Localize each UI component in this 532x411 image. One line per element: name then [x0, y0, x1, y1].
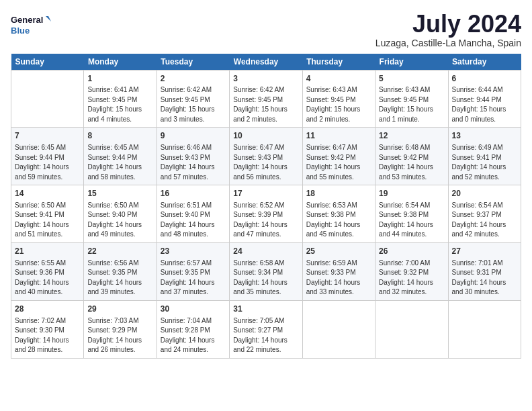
day-number: 3 [233, 73, 298, 85]
svg-text:General: General [11, 15, 43, 25]
day-cell: 17Sunrise: 6:52 AM Sunset: 9:39 PM Dayli… [230, 185, 302, 243]
day-number: 27 [452, 246, 517, 257]
day-number: 31 [233, 304, 298, 315]
day-info: Sunrise: 6:55 AM Sunset: 9:36 PM Dayligh… [15, 259, 80, 298]
day-cell: 28Sunrise: 7:02 AM Sunset: 9:30 PM Dayli… [11, 300, 84, 358]
title-block: July 2024 Luzaga, Castille-La Mancha, Sp… [375, 11, 521, 48]
day-cell: 29Sunrise: 7:03 AM Sunset: 9:29 PM Dayli… [84, 300, 157, 358]
header-row: SundayMondayTuesdayWednesdayThursdayFrid… [11, 54, 521, 71]
day-info: Sunrise: 6:54 AM Sunset: 9:37 PM Dayligh… [452, 201, 517, 240]
day-info: Sunrise: 6:43 AM Sunset: 9:45 PM Dayligh… [306, 85, 371, 124]
day-cell: 22Sunrise: 6:56 AM Sunset: 9:35 PM Dayli… [84, 242, 157, 300]
day-cell: 13Sunrise: 6:49 AM Sunset: 9:41 PM Dayli… [448, 128, 521, 185]
day-info: Sunrise: 7:01 AM Sunset: 9:31 PM Dayligh… [452, 259, 517, 298]
day-number: 13 [452, 130, 517, 142]
day-cell [375, 300, 448, 358]
day-info: Sunrise: 7:02 AM Sunset: 9:30 PM Dayligh… [15, 316, 80, 355]
day-cell: 24Sunrise: 6:58 AM Sunset: 9:34 PM Dayli… [230, 242, 302, 300]
day-info: Sunrise: 7:03 AM Sunset: 9:29 PM Dayligh… [87, 316, 152, 355]
column-header-thursday: Thursday [302, 54, 375, 71]
day-info: Sunrise: 6:58 AM Sunset: 9:34 PM Dayligh… [233, 259, 298, 298]
day-number: 11 [306, 130, 371, 142]
day-number: 7 [15, 130, 80, 142]
logo: General Blue [11, 11, 51, 41]
column-header-friday: Friday [375, 54, 448, 71]
svg-marker-2 [46, 16, 51, 21]
day-cell: 1Sunrise: 6:41 AM Sunset: 9:45 PM Daylig… [84, 70, 157, 128]
day-cell [448, 300, 521, 358]
day-cell: 31Sunrise: 7:05 AM Sunset: 9:27 PM Dayli… [230, 300, 302, 358]
day-cell [302, 300, 375, 358]
week-row-1: 1Sunrise: 6:41 AM Sunset: 9:45 PM Daylig… [11, 70, 521, 128]
day-cell: 25Sunrise: 6:59 AM Sunset: 9:33 PM Dayli… [302, 242, 375, 300]
day-info: Sunrise: 6:41 AM Sunset: 9:45 PM Dayligh… [87, 85, 152, 124]
day-number: 26 [379, 246, 444, 257]
day-number: 1 [87, 73, 152, 85]
day-info: Sunrise: 6:44 AM Sunset: 9:44 PM Dayligh… [452, 85, 517, 124]
day-cell: 11Sunrise: 6:47 AM Sunset: 9:42 PM Dayli… [302, 128, 375, 185]
day-number: 12 [379, 130, 444, 142]
location: Luzaga, Castille-La Mancha, Spain [375, 38, 521, 48]
day-cell: 12Sunrise: 6:48 AM Sunset: 9:42 PM Dayli… [375, 128, 448, 185]
day-number: 14 [15, 188, 80, 199]
day-cell: 30Sunrise: 7:04 AM Sunset: 9:28 PM Dayli… [157, 300, 229, 358]
column-header-sunday: Sunday [11, 54, 84, 71]
day-info: Sunrise: 6:46 AM Sunset: 9:43 PM Dayligh… [161, 143, 226, 182]
day-info: Sunrise: 6:42 AM Sunset: 9:45 PM Dayligh… [233, 85, 298, 124]
column-header-wednesday: Wednesday [230, 54, 302, 71]
day-number: 5 [379, 73, 444, 85]
day-number: 10 [233, 130, 298, 142]
day-number: 23 [161, 246, 226, 257]
day-info: Sunrise: 6:42 AM Sunset: 9:45 PM Dayligh… [161, 85, 226, 124]
day-info: Sunrise: 6:45 AM Sunset: 9:44 PM Dayligh… [87, 143, 152, 182]
week-row-3: 14Sunrise: 6:50 AM Sunset: 9:41 PM Dayli… [11, 185, 521, 243]
day-number: 16 [161, 188, 226, 199]
day-cell: 18Sunrise: 6:53 AM Sunset: 9:38 PM Dayli… [302, 185, 375, 243]
day-number: 6 [452, 73, 517, 85]
day-cell: 6Sunrise: 6:44 AM Sunset: 9:44 PM Daylig… [448, 70, 521, 128]
day-cell: 5Sunrise: 6:43 AM Sunset: 9:45 PM Daylig… [375, 70, 448, 128]
day-cell: 20Sunrise: 6:54 AM Sunset: 9:37 PM Dayli… [448, 185, 521, 243]
day-number: 15 [87, 188, 152, 199]
column-header-monday: Monday [84, 54, 157, 71]
day-cell: 26Sunrise: 7:00 AM Sunset: 9:32 PM Dayli… [375, 242, 448, 300]
day-number: 22 [87, 246, 152, 257]
day-info: Sunrise: 6:43 AM Sunset: 9:45 PM Dayligh… [379, 85, 444, 124]
day-info: Sunrise: 6:50 AM Sunset: 9:41 PM Dayligh… [15, 201, 80, 240]
day-number: 21 [15, 246, 80, 257]
day-info: Sunrise: 6:47 AM Sunset: 9:43 PM Dayligh… [233, 143, 298, 182]
day-info: Sunrise: 6:50 AM Sunset: 9:40 PM Dayligh… [87, 201, 152, 240]
day-cell: 10Sunrise: 6:47 AM Sunset: 9:43 PM Dayli… [230, 128, 302, 185]
day-info: Sunrise: 7:04 AM Sunset: 9:28 PM Dayligh… [161, 316, 226, 355]
day-info: Sunrise: 6:49 AM Sunset: 9:41 PM Dayligh… [452, 143, 517, 182]
day-number: 24 [233, 246, 298, 257]
day-info: Sunrise: 6:51 AM Sunset: 9:40 PM Dayligh… [161, 201, 226, 240]
day-number: 29 [87, 304, 152, 315]
day-info: Sunrise: 6:52 AM Sunset: 9:39 PM Dayligh… [233, 201, 298, 240]
day-info: Sunrise: 6:57 AM Sunset: 9:35 PM Dayligh… [161, 259, 226, 298]
month-title: July 2024 [375, 11, 521, 38]
day-number: 28 [15, 304, 80, 315]
day-cell: 15Sunrise: 6:50 AM Sunset: 9:40 PM Dayli… [84, 185, 157, 243]
day-number: 30 [161, 304, 226, 315]
logo-svg: General Blue [11, 11, 51, 41]
week-row-5: 28Sunrise: 7:02 AM Sunset: 9:30 PM Dayli… [11, 300, 521, 358]
day-cell: 8Sunrise: 6:45 AM Sunset: 9:44 PM Daylig… [84, 128, 157, 185]
day-cell: 21Sunrise: 6:55 AM Sunset: 9:36 PM Dayli… [11, 242, 84, 300]
day-cell: 23Sunrise: 6:57 AM Sunset: 9:35 PM Dayli… [157, 242, 229, 300]
day-number: 18 [306, 188, 371, 199]
day-cell: 16Sunrise: 6:51 AM Sunset: 9:40 PM Dayli… [157, 185, 229, 243]
day-cell: 3Sunrise: 6:42 AM Sunset: 9:45 PM Daylig… [230, 70, 302, 128]
day-info: Sunrise: 6:48 AM Sunset: 9:42 PM Dayligh… [379, 143, 444, 182]
day-info: Sunrise: 6:54 AM Sunset: 9:38 PM Dayligh… [379, 201, 444, 240]
week-row-4: 21Sunrise: 6:55 AM Sunset: 9:36 PM Dayli… [11, 242, 521, 300]
day-cell: 19Sunrise: 6:54 AM Sunset: 9:38 PM Dayli… [375, 185, 448, 243]
day-cell: 14Sunrise: 6:50 AM Sunset: 9:41 PM Dayli… [11, 185, 84, 243]
day-number: 4 [306, 73, 371, 85]
day-number: 20 [452, 188, 517, 199]
day-number: 25 [306, 246, 371, 257]
day-info: Sunrise: 6:59 AM Sunset: 9:33 PM Dayligh… [306, 259, 371, 298]
day-cell [11, 70, 84, 128]
column-header-saturday: Saturday [448, 54, 521, 71]
day-info: Sunrise: 7:00 AM Sunset: 9:32 PM Dayligh… [379, 259, 444, 298]
